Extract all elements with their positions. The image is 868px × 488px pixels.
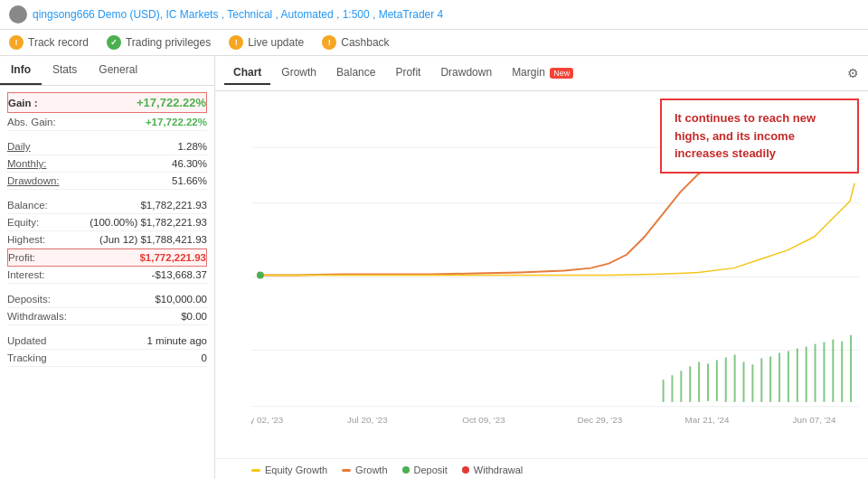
svg-rect-24	[788, 352, 789, 402]
tab-general[interactable]: General	[88, 56, 148, 85]
balance-label: Balance:	[7, 200, 48, 211]
svg-rect-27	[815, 344, 816, 402]
highest-value: (Jun 12) $1,788,421.93	[99, 234, 207, 245]
tab-stats[interactable]: Stats	[42, 56, 88, 85]
left-tabs: Info Stats General	[0, 56, 214, 86]
profit-value: $1,772,221.93	[139, 252, 206, 263]
chart-tooltip: It continues to reach new highs, and its…	[660, 99, 859, 174]
deposit-legend-color	[402, 466, 410, 474]
withdrawals-row: Withdrawals: $0.00	[7, 308, 207, 325]
tooltip-text: It continues to reach new highs, and its…	[675, 111, 816, 160]
svg-text:Jun 07, '24: Jun 07, '24	[793, 415, 837, 425]
withdrawals-label: Withdrawals:	[7, 311, 67, 322]
gain-value: +17,722.22%	[137, 96, 206, 109]
legend-deposit: Deposit	[402, 465, 448, 475]
track-record-label: Track record	[28, 36, 89, 49]
updated-row: Updated 1 minute ago	[7, 333, 207, 350]
growth-legend-label: Growth	[355, 465, 387, 475]
withdrawals-value: $0.00	[181, 311, 207, 322]
equity-label: Equity:	[7, 217, 39, 228]
tab-info[interactable]: Info	[0, 56, 42, 85]
daily-label: Daily	[7, 141, 31, 152]
equity-value: (100.00%) $1,782,221.93	[90, 217, 207, 228]
legend-withdrawal: Withdrawal	[462, 465, 523, 475]
growth-legend-color	[342, 469, 351, 472]
svg-rect-12	[680, 371, 682, 402]
svg-rect-22	[769, 356, 771, 401]
new-badge: New	[550, 68, 573, 79]
trading-privileges-icon: ✓	[107, 35, 121, 50]
svg-text:Oct 09, '23: Oct 09, '23	[462, 415, 505, 425]
track-record-icon: !	[9, 35, 24, 50]
live-update-icon: !	[229, 35, 243, 50]
updated-value: 1 minute ago	[147, 335, 208, 346]
daily-row: Daily 1.28%	[7, 138, 207, 155]
svg-rect-11	[671, 375, 673, 402]
tracking-value: 0	[202, 352, 207, 363]
deposits-row: Deposits: $10,000.00	[7, 291, 207, 308]
main-content: Info Stats General Gain : +17,722.22% Ab…	[0, 56, 868, 479]
drawdown-row: Drawdown: 51.66%	[7, 173, 207, 190]
chart-legend: Equity Growth Growth Deposit Withdrawal	[215, 458, 868, 479]
status-bar: ! Track record ✓ Trading privileges ! Li…	[0, 30, 868, 56]
svg-rect-16	[716, 360, 718, 400]
monthly-row: Monthly: 46.30%	[7, 155, 207, 173]
svg-rect-28	[823, 343, 825, 402]
svg-rect-30	[841, 342, 843, 402]
monthly-label: Monthly:	[7, 158, 46, 169]
highest-label: Highest:	[7, 234, 45, 245]
deposits-value: $10,000.00	[155, 294, 207, 305]
withdrawal-legend-color	[462, 466, 469, 474]
cashback-label: Cashback	[341, 36, 389, 49]
chart-tab-chart[interactable]: Chart	[224, 61, 270, 85]
legend-growth: Growth	[342, 465, 387, 475]
chart-tab-growth[interactable]: Growth	[272, 61, 326, 85]
svg-rect-15	[707, 363, 709, 401]
svg-rect-23	[778, 353, 780, 402]
svg-rect-25	[797, 349, 798, 402]
trading-privileges-item[interactable]: ✓ Trading privileges	[107, 35, 211, 50]
svg-text:May 02, '23: May 02, '23	[251, 415, 284, 425]
svg-rect-20	[751, 364, 753, 402]
interest-label: Interest:	[7, 269, 45, 280]
chart-tab-margin[interactable]: Margin New	[503, 61, 582, 85]
right-panel: Chart Growth Balance Profit Drawdown Mar…	[215, 56, 868, 479]
monthly-value: 46.30%	[172, 158, 207, 169]
drawdown-value: 51.66%	[172, 175, 207, 186]
cashback-item[interactable]: ! Cashback	[322, 35, 389, 50]
chart-tab-profit[interactable]: Profit	[386, 61, 429, 85]
svg-rect-10	[663, 380, 665, 402]
info-table: Gain : +17,722.22% Abs. Gain: +17,722.22…	[0, 86, 214, 479]
interest-value: -$13,668.37	[152, 269, 207, 280]
equity-growth-line	[260, 183, 854, 276]
balance-row: Balance: $1,782,221.93	[7, 197, 207, 214]
updated-label: Updated	[7, 335, 46, 346]
svg-rect-21	[760, 358, 762, 401]
svg-rect-18	[734, 354, 736, 401]
svg-rect-13	[689, 366, 691, 402]
abs-gain-value: +17,722.22%	[146, 117, 207, 127]
gain-label: Gain :	[8, 98, 38, 108]
svg-rect-31	[850, 335, 852, 402]
deposit-bars	[663, 335, 853, 402]
gain-row: Gain : +17,722.22%	[7, 92, 207, 113]
chart-tab-drawdown[interactable]: Drawdown	[431, 61, 501, 85]
abs-gain-row: Abs. Gain: +17,722.22%	[7, 114, 207, 131]
svg-rect-19	[743, 361, 745, 401]
broker-name[interactable]: IC Markets	[165, 8, 218, 21]
chart-tab-balance[interactable]: Balance	[327, 61, 384, 85]
live-update-item[interactable]: ! Live update	[229, 35, 304, 50]
trading-privileges-label: Trading privileges	[126, 36, 211, 49]
track-record-item[interactable]: ! Track record	[9, 35, 89, 50]
username[interactable]: qingsong666	[33, 8, 95, 21]
settings-icon[interactable]: ⚙	[847, 66, 859, 80]
balance-value: $1,782,221.93	[140, 200, 207, 211]
deposits-label: Deposits:	[7, 294, 51, 305]
drawdown-label: Drawdown:	[7, 175, 60, 186]
interest-row: Interest: -$13,668.37	[7, 267, 207, 284]
start-deposit-dot	[257, 272, 264, 279]
svg-rect-14	[698, 361, 700, 401]
cashback-icon: !	[322, 35, 336, 50]
user-avatar	[9, 5, 27, 23]
left-panel: Info Stats General Gain : +17,722.22% Ab…	[0, 56, 215, 479]
